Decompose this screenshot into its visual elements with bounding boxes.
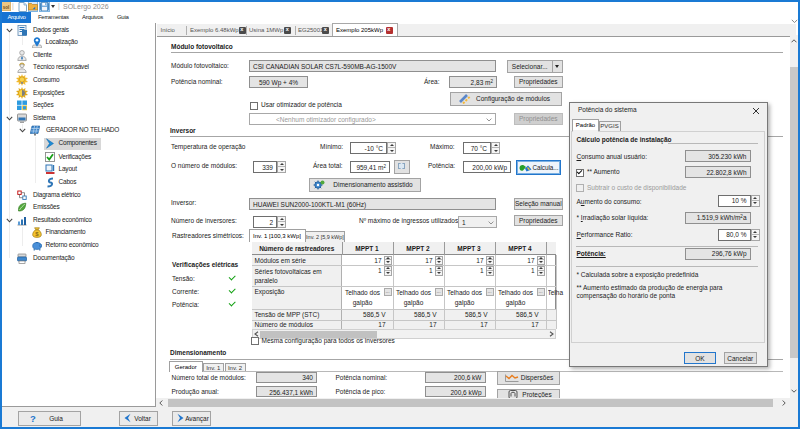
svg-text:sol: sol [3, 5, 10, 10]
